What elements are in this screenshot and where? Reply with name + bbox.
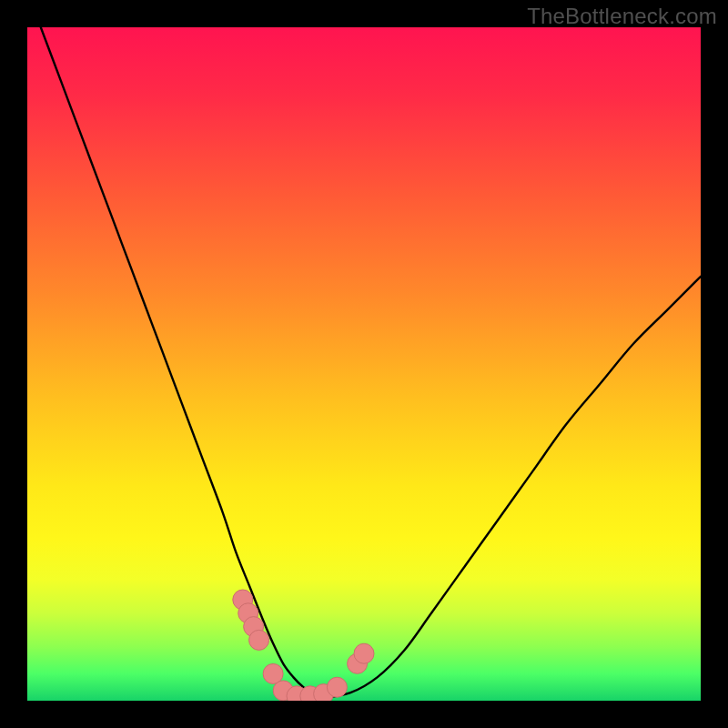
curve-marker [249, 630, 269, 650]
curve-marker [327, 677, 347, 697]
marker-group [233, 590, 374, 701]
chart-frame: TheBottleneck.com [0, 0, 728, 728]
plot-area [27, 27, 701, 701]
curve-marker [354, 643, 374, 663]
curve-layer [27, 27, 701, 701]
bottleneck-curve [41, 27, 701, 697]
attribution-text: TheBottleneck.com [527, 4, 717, 29]
